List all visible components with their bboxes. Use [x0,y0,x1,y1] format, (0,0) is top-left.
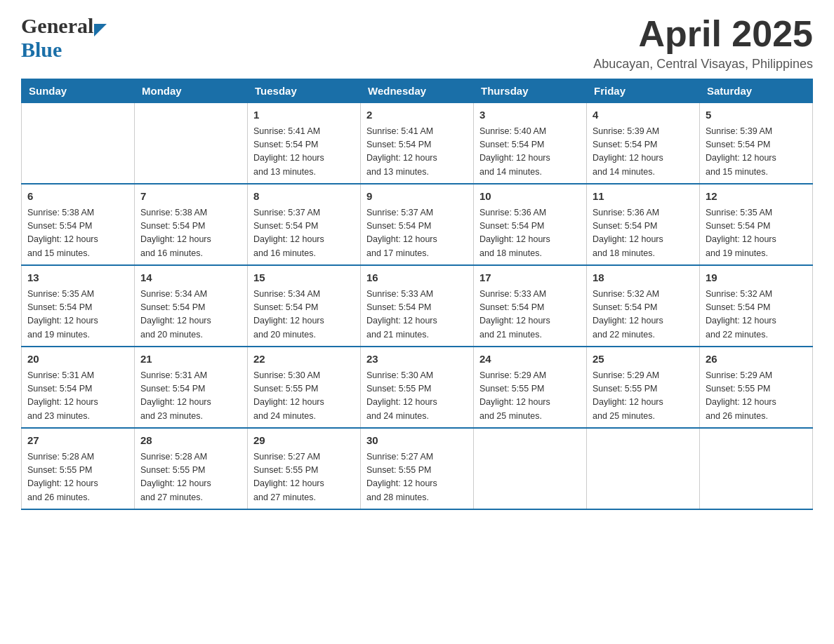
calendar-cell: 1Sunrise: 5:41 AMSunset: 5:54 PMDaylight… [248,103,361,185]
day-number: 16 [366,270,468,286]
day-number: 27 [27,433,128,449]
calendar-cell: 14Sunrise: 5:34 AMSunset: 5:54 PMDayligh… [135,265,248,347]
day-number: 9 [366,189,468,205]
day-number: 10 [479,189,581,205]
logo-general-text: General [21,14,93,38]
day-number: 25 [593,351,694,368]
day-info: Sunrise: 5:35 AMSunset: 5:54 PMDaylight:… [706,206,807,261]
day-number: 2 [366,107,468,123]
day-number: 21 [140,351,241,368]
day-info: Sunrise: 5:39 AMSunset: 5:54 PMDaylight:… [593,125,694,180]
day-number: 26 [706,351,807,368]
day-number: 28 [140,433,241,449]
calendar-week-row: 13Sunrise: 5:35 AMSunset: 5:54 PMDayligh… [22,265,813,347]
calendar-day-header-sunday: Sunday [22,79,135,103]
logo: General Blue [21,14,107,62]
calendar-week-row: 1Sunrise: 5:41 AMSunset: 5:54 PMDaylight… [22,103,813,185]
day-number: 23 [366,351,468,368]
day-info: Sunrise: 5:37 AMSunset: 5:54 PMDaylight:… [253,206,355,261]
day-number: 12 [706,189,807,205]
day-number: 11 [593,189,694,205]
calendar-cell: 21Sunrise: 5:31 AMSunset: 5:54 PMDayligh… [135,347,248,428]
calendar-cell: 24Sunrise: 5:29 AMSunset: 5:55 PMDayligh… [474,347,587,428]
calendar-cell [474,428,587,509]
calendar-cell: 28Sunrise: 5:28 AMSunset: 5:55 PMDayligh… [135,428,248,509]
calendar-day-header-tuesday: Tuesday [248,79,361,103]
day-number: 18 [593,270,694,286]
calendar-day-header-saturday: Saturday [700,79,813,103]
day-number: 20 [27,351,128,368]
calendar-cell [587,428,700,509]
calendar-cell: 6Sunrise: 5:38 AMSunset: 5:54 PMDaylight… [22,184,135,265]
calendar-cell: 30Sunrise: 5:27 AMSunset: 5:55 PMDayligh… [361,428,474,509]
calendar-cell: 3Sunrise: 5:40 AMSunset: 5:54 PMDaylight… [474,103,587,185]
day-info: Sunrise: 5:36 AMSunset: 5:54 PMDaylight:… [479,206,581,261]
day-info: Sunrise: 5:29 AMSunset: 5:55 PMDaylight:… [479,369,581,424]
day-info: Sunrise: 5:28 AMSunset: 5:55 PMDaylight:… [27,450,128,505]
title-block: April 2025 Abucayan, Central Visayas, Ph… [593,14,813,72]
day-info: Sunrise: 5:35 AMSunset: 5:54 PMDaylight:… [27,288,128,342]
calendar-day-header-wednesday: Wednesday [361,79,474,103]
calendar-day-header-monday: Monday [135,79,248,103]
day-number: 19 [706,270,807,286]
day-info: Sunrise: 5:29 AMSunset: 5:55 PMDaylight:… [593,369,694,424]
calendar-cell: 22Sunrise: 5:30 AMSunset: 5:55 PMDayligh… [248,347,361,428]
day-info: Sunrise: 5:41 AMSunset: 5:54 PMDaylight:… [253,125,355,180]
calendar-cell: 17Sunrise: 5:33 AMSunset: 5:54 PMDayligh… [474,265,587,347]
day-number: 6 [27,189,128,205]
day-info: Sunrise: 5:34 AMSunset: 5:54 PMDaylight:… [140,288,241,342]
calendar-week-row: 6Sunrise: 5:38 AMSunset: 5:54 PMDaylight… [22,184,813,265]
calendar-cell: 29Sunrise: 5:27 AMSunset: 5:55 PMDayligh… [248,428,361,509]
calendar-cell: 11Sunrise: 5:36 AMSunset: 5:54 PMDayligh… [587,184,700,265]
day-info: Sunrise: 5:34 AMSunset: 5:54 PMDaylight:… [253,288,355,342]
calendar-title: April 2025 [593,14,813,54]
day-number: 8 [253,189,355,205]
day-info: Sunrise: 5:27 AMSunset: 5:55 PMDaylight:… [253,450,355,505]
calendar-cell [22,103,135,185]
day-number: 13 [27,270,128,286]
day-number: 29 [253,433,355,449]
calendar-cell: 25Sunrise: 5:29 AMSunset: 5:55 PMDayligh… [587,347,700,428]
day-number: 17 [479,270,581,286]
day-number: 4 [593,107,694,123]
day-info: Sunrise: 5:28 AMSunset: 5:55 PMDaylight:… [140,450,241,505]
day-number: 14 [140,270,241,286]
day-info: Sunrise: 5:39 AMSunset: 5:54 PMDaylight:… [706,125,807,180]
calendar-cell: 23Sunrise: 5:30 AMSunset: 5:55 PMDayligh… [361,347,474,428]
day-number: 22 [253,351,355,368]
day-number: 15 [253,270,355,286]
calendar-cell: 7Sunrise: 5:38 AMSunset: 5:54 PMDaylight… [135,184,248,265]
day-info: Sunrise: 5:32 AMSunset: 5:54 PMDaylight:… [593,288,694,342]
calendar-cell: 9Sunrise: 5:37 AMSunset: 5:54 PMDaylight… [361,184,474,265]
calendar-cell: 10Sunrise: 5:36 AMSunset: 5:54 PMDayligh… [474,184,587,265]
calendar-cell: 13Sunrise: 5:35 AMSunset: 5:54 PMDayligh… [22,265,135,347]
logo-chevron-icon [94,24,107,36]
day-info: Sunrise: 5:32 AMSunset: 5:54 PMDaylight:… [706,288,807,342]
calendar-week-row: 27Sunrise: 5:28 AMSunset: 5:55 PMDayligh… [22,428,813,509]
page-header: General Blue April 2025 Abucayan, Centra… [21,14,813,72]
day-info: Sunrise: 5:38 AMSunset: 5:54 PMDaylight:… [140,206,241,261]
calendar-cell: 5Sunrise: 5:39 AMSunset: 5:54 PMDaylight… [700,103,813,185]
day-number: 3 [479,107,581,123]
calendar-cell: 8Sunrise: 5:37 AMSunset: 5:54 PMDaylight… [248,184,361,265]
day-info: Sunrise: 5:36 AMSunset: 5:54 PMDaylight:… [593,206,694,261]
day-info: Sunrise: 5:31 AMSunset: 5:54 PMDaylight:… [140,369,241,424]
calendar-header-row: SundayMondayTuesdayWednesdayThursdayFrid… [22,79,813,103]
calendar-cell: 20Sunrise: 5:31 AMSunset: 5:54 PMDayligh… [22,347,135,428]
calendar-table: SundayMondayTuesdayWednesdayThursdayFrid… [21,79,813,510]
day-info: Sunrise: 5:29 AMSunset: 5:55 PMDaylight:… [706,369,807,424]
day-info: Sunrise: 5:27 AMSunset: 5:55 PMDaylight:… [366,450,468,505]
day-info: Sunrise: 5:30 AMSunset: 5:55 PMDaylight:… [253,369,355,424]
calendar-cell: 12Sunrise: 5:35 AMSunset: 5:54 PMDayligh… [700,184,813,265]
day-number: 1 [253,107,355,123]
calendar-cell: 2Sunrise: 5:41 AMSunset: 5:54 PMDaylight… [361,103,474,185]
day-info: Sunrise: 5:38 AMSunset: 5:54 PMDaylight:… [27,206,128,261]
day-info: Sunrise: 5:33 AMSunset: 5:54 PMDaylight:… [366,288,468,342]
calendar-cell: 16Sunrise: 5:33 AMSunset: 5:54 PMDayligh… [361,265,474,347]
calendar-cell: 19Sunrise: 5:32 AMSunset: 5:54 PMDayligh… [700,265,813,347]
day-number: 24 [479,351,581,368]
calendar-cell: 15Sunrise: 5:34 AMSunset: 5:54 PMDayligh… [248,265,361,347]
calendar-cell: 18Sunrise: 5:32 AMSunset: 5:54 PMDayligh… [587,265,700,347]
calendar-cell [135,103,248,185]
day-number: 30 [366,433,468,449]
